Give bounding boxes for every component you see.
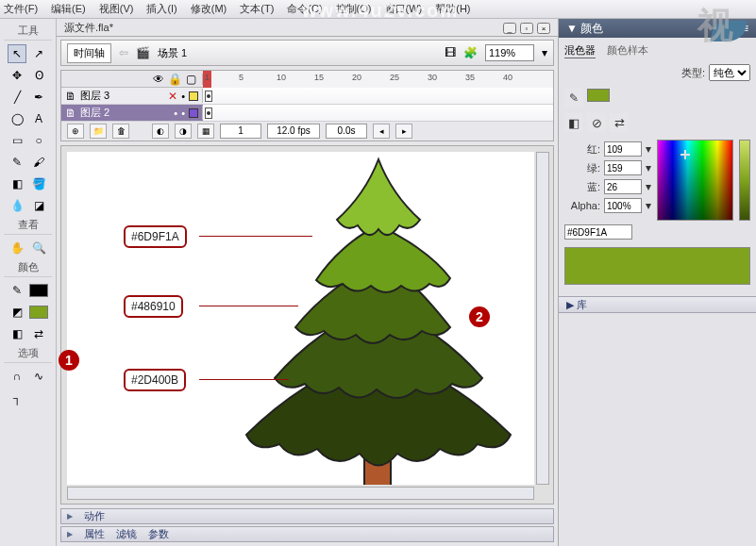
smooth-option[interactable]: ∿ [29, 367, 48, 386]
text-tool[interactable]: A [29, 109, 48, 128]
tab-mixer[interactable]: 混色器 [564, 43, 596, 58]
hex-field[interactable] [564, 224, 632, 240]
actions-panel-header[interactable]: ▶动作 [60, 508, 554, 524]
horizontal-scrollbar[interactable] [67, 487, 534, 500]
stage[interactable]: #6D9F1A #486910 #2D400B [67, 152, 534, 485]
timeline-ruler[interactable]: 1 5 10 15 20 25 30 35 40 [203, 71, 553, 88]
layer-row-2[interactable]: 🗎 图层 2 • • [61, 105, 553, 122]
paintbucket-tool[interactable]: 🪣 [29, 174, 48, 193]
outline-sw[interactable] [189, 108, 198, 118]
menu-text[interactable]: 文本(T) [240, 2, 274, 16]
eraser-tool[interactable]: ◪ [29, 196, 48, 215]
menu-view[interactable]: 视图(V) [99, 2, 134, 16]
frames-row[interactable] [203, 105, 553, 121]
b-field[interactable] [604, 179, 642, 194]
rect-tool[interactable]: ▭ [8, 131, 26, 150]
fill-swatch[interactable] [29, 306, 48, 319]
layer-name[interactable]: 图层 2 [80, 106, 109, 120]
alpha-field[interactable] [604, 198, 642, 213]
menu-edit[interactable]: 编辑(E) [51, 2, 86, 16]
vis-dot[interactable]: • [174, 108, 177, 119]
zoom-dropdown-icon[interactable]: ▾ [542, 47, 547, 58]
menu-modify[interactable]: 修改(M) [191, 2, 227, 16]
eye-icon[interactable]: 👁 [153, 74, 164, 85]
zoom-tool[interactable]: 🔍 [29, 239, 48, 257]
new-folder-button[interactable]: 📁 [90, 124, 107, 139]
layer-name[interactable]: 图层 3 [80, 89, 109, 103]
outline-icon[interactable]: ▢ [186, 74, 196, 85]
snap-option[interactable]: ∩ [8, 367, 26, 386]
polystar-tool[interactable]: ○ [29, 131, 48, 150]
menu-window[interactable]: 窗口(W) [385, 2, 423, 16]
line-tool[interactable]: ╱ [8, 88, 26, 107]
r-field[interactable] [604, 141, 642, 157]
onion-outline-button[interactable]: ◑ [175, 124, 192, 139]
spinner-icon[interactable]: ▾ [646, 181, 651, 192]
spinner-icon[interactable]: ▾ [646, 162, 651, 174]
properties-panel-header[interactable]: ▶ 属性 滤镜 参数 [60, 526, 554, 542]
subselect-tool[interactable]: ↗ [29, 44, 48, 63]
spinner-icon[interactable]: ▾ [646, 200, 651, 211]
current-color-swatch[interactable] [564, 247, 750, 285]
delete-layer-button[interactable]: 🗑 [112, 124, 129, 139]
swap-colors[interactable]: ⇄ [29, 324, 48, 343]
pencil-tool[interactable]: ✎ [8, 153, 26, 172]
bw-btn[interactable]: ◧ [564, 113, 583, 132]
current-frame-field[interactable]: 1 [220, 124, 261, 139]
library-panel-header[interactable]: ▶ 库 [559, 296, 756, 313]
outline-sw[interactable] [189, 91, 198, 101]
inkbottle-tool[interactable]: ◧ [8, 174, 26, 193]
edit-scene-icon[interactable]: 🎞 [445, 47, 456, 58]
fps-field[interactable]: 12.0 fps [267, 124, 320, 139]
fill-color[interactable]: ◩ [8, 303, 26, 322]
mixer-fill-swatch[interactable] [587, 89, 610, 102]
stroke-color[interactable]: ✎ [8, 281, 26, 300]
elapsed-field[interactable]: 0.0s [326, 124, 367, 139]
g-field[interactable] [604, 160, 642, 175]
timeline-button[interactable]: 时间轴 [67, 43, 111, 63]
win-minimize-button[interactable]: _ [503, 23, 516, 34]
straighten-option[interactable]: ┐ [8, 389, 26, 407]
menu-control[interactable]: 控制(O) [336, 2, 372, 16]
new-layer-button[interactable]: ⊕ [67, 124, 84, 139]
pen-tool[interactable]: ✒ [29, 88, 48, 107]
scene-label[interactable]: 场景 1 [158, 46, 187, 60]
oval-tool[interactable]: ◯ [8, 109, 26, 128]
free-transform-tool[interactable]: ✥ [8, 66, 26, 85]
color-picker[interactable] [657, 140, 733, 221]
hue-slider[interactable] [739, 140, 750, 221]
frames-row[interactable] [203, 88, 553, 104]
win-close-button[interactable]: × [537, 23, 550, 34]
lock-dot[interactable]: • [181, 108, 185, 119]
eyedropper-tool[interactable]: 💧 [8, 196, 26, 215]
tab-swatches[interactable]: 颜色样本 [607, 43, 648, 58]
hand-tool[interactable]: ✋ [8, 239, 26, 257]
back-icon[interactable]: ⇦ [119, 47, 128, 58]
document-title[interactable]: 源文件.fla* [64, 21, 113, 35]
edit-multi-button[interactable]: ▦ [197, 124, 214, 139]
default-colors[interactable]: ◧ [8, 324, 26, 343]
lasso-tool[interactable]: ʘ [29, 66, 48, 85]
menu-commands[interactable]: 命令(C) [287, 2, 322, 16]
selection-tool[interactable]: ↖ [8, 44, 26, 63]
filters-label[interactable]: 滤镜 [116, 527, 137, 541]
win-restore-button[interactable]: ▫ [520, 23, 533, 34]
menu-file[interactable]: 文件(F) [4, 2, 38, 16]
stroke-swatch[interactable] [29, 284, 48, 297]
vis-x-icon[interactable]: ✕ [168, 91, 177, 102]
keyframe-icon[interactable] [205, 91, 212, 102]
noc-btn[interactable]: ⊘ [587, 113, 606, 132]
menu-help[interactable]: 帮助(H) [435, 2, 470, 16]
menu-insert[interactable]: 插入(I) [146, 2, 176, 16]
vertical-scrollbar[interactable] [536, 152, 549, 485]
swap-btn[interactable]: ⇄ [610, 113, 629, 132]
zoom-field[interactable] [485, 44, 534, 61]
params-label[interactable]: 参数 [148, 527, 169, 541]
brush-tool[interactable]: 🖌 [29, 153, 48, 172]
stroke-color-btn[interactable]: ✎ [564, 89, 583, 108]
lock-dot[interactable]: • [181, 91, 185, 102]
keyframe-icon[interactable] [205, 108, 212, 119]
layer-row-3[interactable]: 🗎 图层 3 ✕ • [61, 88, 553, 105]
scroll-left-button[interactable]: ◂ [373, 124, 390, 139]
onion-skin-button[interactable]: ◐ [152, 124, 169, 139]
